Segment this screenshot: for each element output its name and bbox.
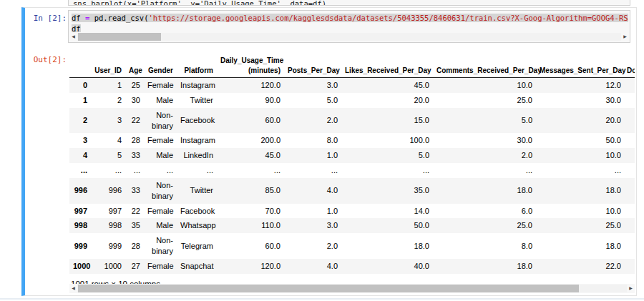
table-cell	[625, 204, 635, 219]
table-cell: 3.0	[284, 218, 341, 233]
column-header: Comments_Received_Per_Day	[433, 54, 536, 78]
table-cell: 25.0	[433, 218, 536, 233]
code-var: df	[72, 14, 81, 22]
dataframe-clip: User_IDAgeGenderPlatformDaily_Usage_Time…	[69, 54, 635, 274]
column-header: Do	[625, 54, 635, 78]
table-cell: Snapchat	[177, 259, 217, 274]
table-cell: Male	[144, 148, 177, 163]
scrollbar-track[interactable]	[77, 285, 627, 292]
input-prompt: In [2]:	[26, 14, 67, 23]
column-header: Likes_Received_Per_Day	[341, 54, 433, 78]
table-row: 4533MaleLinkedIn45.01.05.02.010.0	[69, 148, 635, 163]
table-cell: 997	[91, 204, 125, 219]
table-cell: 10.0	[536, 148, 625, 163]
table-cell: 18.0	[433, 259, 536, 274]
scroll-right-arrow-icon[interactable]: ▶	[627, 284, 635, 293]
table-cell: 999	[91, 233, 125, 259]
table-cell: 40.0	[341, 259, 433, 274]
table-cell: 200.0	[217, 133, 284, 148]
code-operator: =	[85, 14, 89, 22]
table-cell: 15.0	[341, 108, 433, 134]
dataframe-body: 0125FemaleInstagram120.03.045.010.012.01…	[69, 78, 635, 274]
row-index: 0	[69, 78, 91, 93]
table-cell: 70.0	[217, 204, 284, 219]
table-cell: 18.0	[341, 233, 433, 259]
scrollbar-thumb[interactable]	[78, 33, 161, 41]
table-cell: Male	[144, 93, 177, 108]
table-cell: 110.0	[217, 218, 284, 233]
table-cell: ...	[91, 163, 125, 178]
table-cell: 120.0	[217, 78, 284, 93]
row-index: 999	[69, 233, 91, 259]
table-row: 99899835MaleWhatsapp110.03.050.025.025.0	[69, 218, 635, 233]
scrollbar-thumb[interactable]	[78, 285, 579, 292]
column-header: Age	[125, 54, 144, 78]
table-cell: 20.0	[536, 108, 625, 134]
row-index: 998	[69, 218, 91, 233]
table-cell: 25.0	[433, 93, 536, 108]
table-cell: ...	[433, 163, 536, 178]
table-cell: 2	[91, 93, 125, 108]
scroll-left-arrow-icon[interactable]: ◀	[69, 284, 77, 293]
table-cell: 5.0	[284, 93, 341, 108]
code-horizontal-scrollbar[interactable]: ◀ ▶	[69, 32, 629, 41]
table-row: 1230MaleTwitter90.05.020.025.030.0	[69, 93, 635, 108]
table-cell: Female	[144, 259, 177, 274]
table-cell: ...	[284, 163, 341, 178]
code-call: pd.read_csv(	[94, 14, 149, 22]
table-row: 99999928Non-binaryTelegram60.02.018.08.0…	[69, 233, 635, 259]
table-cell	[625, 133, 635, 148]
table-cell: 4.0	[284, 259, 341, 274]
scrollbar-track[interactable]	[77, 33, 621, 41]
dataframe-header-row: User_IDAgeGenderPlatformDaily_Usage_Time…	[69, 54, 635, 78]
table-cell: ...	[536, 163, 625, 178]
column-header: Daily_Usage_Time (minutes)	[217, 54, 284, 78]
table-cell: 25	[125, 78, 144, 93]
table-cell: 18.0	[433, 178, 536, 204]
code-lines[interactable]: df = pd.read_csv('https://storage.google…	[72, 13, 628, 34]
scroll-left-arrow-icon[interactable]: ◀	[69, 32, 77, 41]
scroll-right-arrow-icon[interactable]: ▶	[621, 32, 629, 41]
column-header: Messages_Sent_Per_Day	[536, 54, 625, 78]
output-horizontal-scrollbar[interactable]: ◀ ▶	[69, 284, 635, 293]
table-cell: Non-binary	[144, 108, 177, 134]
table-cell: Facebook	[177, 204, 217, 219]
table-cell: Facebook	[177, 108, 217, 134]
table-cell: 120.0	[217, 259, 284, 274]
row-index: 996	[69, 178, 91, 204]
output-prompt: Out[2]:	[26, 55, 67, 64]
notebook-page: { "colors": { "selected_cell_accent": "#…	[0, 0, 644, 301]
table-cell: Non-binary	[144, 233, 177, 259]
table-cell: 18.0	[536, 233, 625, 259]
table-cell: 28	[125, 133, 144, 148]
table-cell: ...	[177, 163, 217, 178]
table-cell: 27	[125, 259, 144, 274]
table-cell: Twitter	[177, 178, 217, 204]
table-cell: 4	[91, 133, 125, 148]
code-editor[interactable]: df = pd.read_csv('https://storage.google…	[68, 10, 630, 43]
column-header: User_ID	[91, 54, 125, 78]
column-header: Gender	[144, 54, 177, 78]
table-row: 1000100027FemaleSnapchat120.04.040.018.0…	[69, 259, 635, 274]
table-cell: Non-binary	[144, 178, 177, 204]
dataframe-table: User_IDAgeGenderPlatformDaily_Usage_Time…	[69, 54, 635, 274]
column-header: Posts_Per_Day	[284, 54, 341, 78]
previous-cell-clipped[interactable]: sns.barplot(x='Platform', y='Daily_Usage…	[68, 0, 630, 6]
notebook-cell[interactable]: In [2]: df = pd.read_csv('https://storag…	[21, 7, 637, 296]
table-cell: 45.0	[217, 148, 284, 163]
table-cell: 22	[125, 108, 144, 134]
output-area[interactable]: User_IDAgeGenderPlatformDaily_Usage_Time…	[69, 54, 635, 294]
column-header	[69, 54, 91, 78]
table-cell	[625, 108, 635, 134]
table-cell: 10.0	[433, 78, 536, 93]
table-cell: 18.0	[536, 178, 625, 204]
table-cell: ...	[144, 163, 177, 178]
table-cell: 1.0	[284, 148, 341, 163]
table-cell: 30	[125, 93, 144, 108]
table-cell: 45.0	[341, 78, 433, 93]
table-cell	[625, 93, 635, 108]
table-cell: 10.0	[536, 204, 625, 219]
table-cell: 22.0	[536, 259, 625, 274]
table-cell: 85.0	[217, 178, 284, 204]
table-cell: 3.0	[284, 78, 341, 93]
